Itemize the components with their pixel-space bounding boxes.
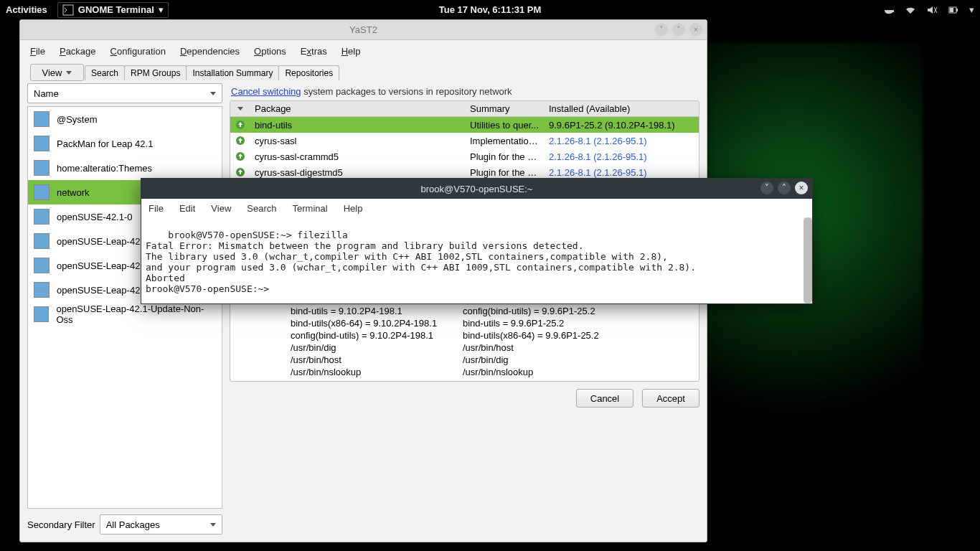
app-indicator-label: GNOME Terminal xyxy=(78,4,154,15)
chevron-down-icon xyxy=(210,92,216,95)
caffeine-icon[interactable] xyxy=(883,4,895,16)
clock[interactable]: Tue 17 Nov, 6:11:31 PM xyxy=(439,4,542,15)
menu-help[interactable]: Help xyxy=(341,46,361,57)
update-icon[interactable] xyxy=(230,151,250,161)
minimize-button[interactable]: ˅ xyxy=(760,182,773,194)
cancel-switching-link[interactable]: Cancel switching xyxy=(231,86,301,97)
update-icon[interactable] xyxy=(230,167,250,177)
package-pane: Cancel switching system packages to vers… xyxy=(230,83,699,534)
menu-dependencies[interactable]: Dependencies xyxy=(180,46,240,57)
detail-inst-value: /usr/bin/host xyxy=(463,342,635,354)
package-summary: Plugin for the D... xyxy=(466,167,545,178)
repo-icon xyxy=(34,184,50,200)
package-version: 2.1.26-8.1 (2.1.26-95.1) xyxy=(545,136,699,146)
close-button[interactable]: × xyxy=(689,23,702,36)
header-version[interactable]: Installed (Available) xyxy=(545,103,699,114)
package-name: cyrus-sasl-digestmd5 xyxy=(250,167,466,178)
repo-sort-combo[interactable]: Name xyxy=(27,83,222,103)
menu-package[interactable]: Package xyxy=(60,46,96,57)
battery-icon[interactable] xyxy=(948,4,959,16)
package-table[interactable]: Package Summary Installed (Available) bi… xyxy=(230,100,699,181)
menu-options[interactable]: Options xyxy=(254,46,286,57)
terminal-window: brook@V570-openSUSE:~ ˅ ˄ × FileEditView… xyxy=(141,178,813,304)
svg-rect-5 xyxy=(956,9,958,11)
repo-icon xyxy=(34,136,50,151)
detail-alt-value: bind-utils(x86-64) = 9.10.2P4-198.1 xyxy=(291,317,463,329)
yast-window-title: YaST2 xyxy=(349,24,377,35)
detail-label xyxy=(240,317,291,329)
package-name: bind-utils xyxy=(250,120,466,131)
view-button[interactable]: View xyxy=(30,64,84,81)
repo-icon xyxy=(34,209,50,225)
header-summary[interactable]: Summary xyxy=(466,103,545,114)
package-row[interactable]: cyrus-saslImplementation...2.1.26-8.1 (2… xyxy=(230,133,699,149)
repo-item[interactable]: openSUSE-Leap-42.1-Update-Non-Oss xyxy=(28,302,222,326)
svg-rect-10 xyxy=(240,140,241,143)
activities-button[interactable]: Activities xyxy=(6,4,47,15)
repo-icon xyxy=(34,306,49,322)
repo-list[interactable]: @SystemPackMan for Leap 42.1home:alterat… xyxy=(27,106,222,509)
volume-icon[interactable] xyxy=(926,4,938,16)
repo-item[interactable]: home:alteratio:Themes xyxy=(28,156,222,180)
repo-icon xyxy=(34,233,50,249)
cancel-button[interactable]: Cancel xyxy=(576,389,633,408)
terminal-menu-terminal[interactable]: Terminal xyxy=(293,203,328,214)
terminal-menu-file[interactable]: File xyxy=(149,203,164,214)
chevron-down-icon[interactable]: ▾ xyxy=(969,4,974,15)
terminal-menu-view[interactable]: View xyxy=(211,203,231,214)
secondary-filter-label: Secondary Filter xyxy=(27,519,95,530)
package-table-header: Package Summary Installed (Available) xyxy=(230,101,699,117)
view-tab-installation-summary[interactable]: Installation Summary xyxy=(186,65,279,80)
detail-inst-value: config(bind-utils) = 9.9.6P1-25.2 xyxy=(463,305,635,317)
detail-label xyxy=(240,366,291,378)
maximize-button[interactable]: ˄ xyxy=(778,182,791,194)
terminal-menu-search[interactable]: Search xyxy=(247,203,276,214)
package-row[interactable]: cyrus-sasl-crammd5Plugin for the C...2.1… xyxy=(230,149,699,164)
switch-notice-text: system packages to versions in repositor… xyxy=(301,86,512,97)
repo-label: @System xyxy=(57,114,98,125)
svg-rect-1 xyxy=(892,10,894,12)
accept-button[interactable]: Accept xyxy=(642,389,699,408)
wifi-icon[interactable] xyxy=(905,4,916,16)
package-version: 2.1.26-8.1 (2.1.26-95.1) xyxy=(545,151,699,162)
terminal-menu-edit[interactable]: Edit xyxy=(179,203,195,214)
svg-rect-12 xyxy=(240,156,241,159)
view-tab-rpm-groups[interactable]: RPM Groups xyxy=(124,65,187,80)
repo-sort-label: Name xyxy=(34,88,59,99)
repo-item[interactable]: @System xyxy=(28,107,222,131)
terminal-titlebar[interactable]: brook@V570-openSUSE:~ ˅ ˄ × xyxy=(141,179,812,199)
yast-titlebar[interactable]: YaST2 ˅ ˄ × xyxy=(20,20,707,40)
minimize-button[interactable]: ˅ xyxy=(655,23,668,36)
yast-menubar: File Package Configuration Dependencies … xyxy=(20,40,707,62)
repo-icon xyxy=(34,111,50,127)
chevron-down-icon[interactable] xyxy=(237,107,243,110)
detail-inst-value: bind-utils(x86-64) = 9.9.6P1-25.2 xyxy=(463,329,635,342)
menu-file[interactable]: File xyxy=(30,46,45,57)
menu-configuration[interactable]: Configuration xyxy=(110,46,166,57)
close-button[interactable]: × xyxy=(795,182,808,194)
secondary-filter-combo[interactable]: All Packages xyxy=(100,514,222,534)
view-tab-repositories[interactable]: Repositories xyxy=(278,65,339,80)
repo-label: openSUSE-Leap-42.1-Update-Non-Oss xyxy=(56,303,216,325)
update-icon[interactable] xyxy=(230,136,250,146)
chevron-down-icon xyxy=(210,523,216,527)
detail-inst-value: bind-utils = 9.9.6P1-25.2 xyxy=(463,317,635,329)
update-icon[interactable] xyxy=(230,120,250,130)
app-indicator[interactable]: GNOME Terminal ▾ xyxy=(57,2,169,18)
maximize-button[interactable]: ˄ xyxy=(672,23,685,36)
package-row[interactable]: bind-utilsUtilities to quer...9.9.6P1-25… xyxy=(230,117,699,133)
repo-pane: Name @SystemPackMan for Leap 42.1home:al… xyxy=(27,83,222,534)
detail-inst-value: /usr/bin/dig xyxy=(463,354,635,366)
terminal-output[interactable]: brook@V570-openSUSE:~> filezilla Fatal E… xyxy=(141,217,812,303)
menu-extras[interactable]: Extras xyxy=(301,46,327,57)
detail-alt-value: /usr/bin/dig xyxy=(291,342,463,354)
gnome-top-bar: Activities GNOME Terminal ▾ Tue 17 Nov, … xyxy=(0,0,980,19)
terminal-menubar: FileEditViewSearchTerminalHelp xyxy=(141,199,812,217)
package-summary: Plugin for the C... xyxy=(466,151,545,162)
view-tab-search[interactable]: Search xyxy=(85,65,125,80)
svg-rect-14 xyxy=(240,171,241,174)
header-package[interactable]: Package xyxy=(250,103,466,114)
vertical-scrollbar[interactable] xyxy=(804,217,812,303)
terminal-menu-help[interactable]: Help xyxy=(344,203,363,214)
repo-item[interactable]: PackMan for Leap 42.1 xyxy=(28,131,222,156)
